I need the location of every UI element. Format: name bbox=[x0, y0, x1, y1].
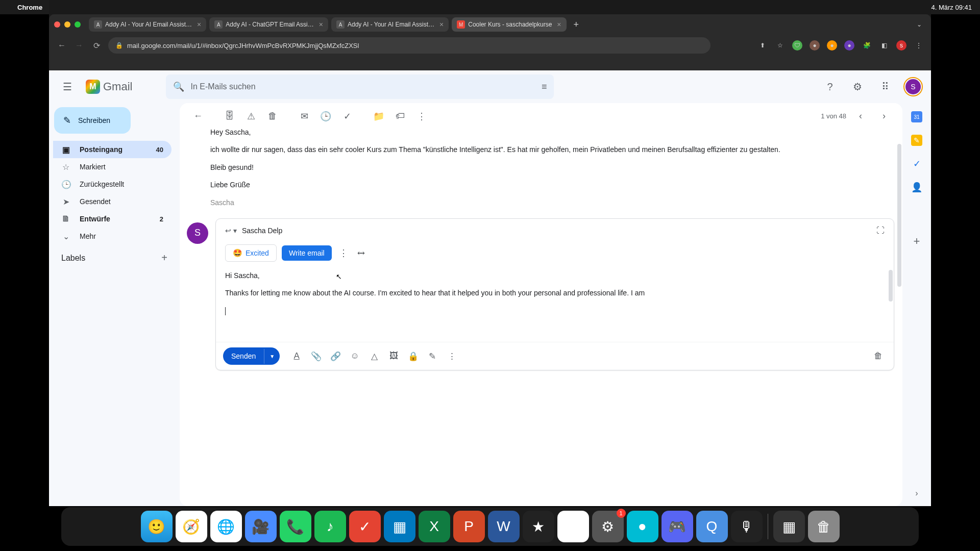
gmail-logo[interactable]: M Gmail bbox=[86, 80, 132, 94]
share-icon[interactable]: ⬆ bbox=[757, 40, 768, 51]
formatting-button[interactable]: A bbox=[288, 347, 305, 365]
reply-editor[interactable]: Hi Sascha, Thanks for letting me know ab… bbox=[216, 267, 894, 342]
browser-tab[interactable]: AAddy AI - Your AI Email Assist…× bbox=[331, 17, 449, 32]
browser-tab[interactable]: AAddy AI - ChatGPT Email Assi…× bbox=[209, 17, 328, 32]
compose-button[interactable]: ✎ Schreiben bbox=[54, 107, 131, 134]
dock-word[interactable]: W bbox=[488, 511, 520, 542]
extension-icon[interactable]: ● bbox=[810, 40, 820, 51]
dock-quicktime[interactable]: Q bbox=[696, 511, 728, 542]
delete-button[interactable]: 🗑 bbox=[263, 107, 282, 126]
browser-tab-active[interactable]: MCooler Kurs - saschadelpkurse× bbox=[452, 17, 566, 32]
close-tab-icon[interactable]: × bbox=[197, 20, 201, 29]
close-tab-icon[interactable]: × bbox=[439, 20, 444, 29]
reload-button[interactable]: ⟳ bbox=[91, 41, 102, 51]
dock-whatsapp[interactable]: 📞 bbox=[280, 511, 311, 542]
move-to-button[interactable]: 📁 bbox=[370, 107, 388, 126]
help-icon[interactable]: ? bbox=[821, 78, 839, 96]
tab-overflow-icon[interactable]: ⌄ bbox=[913, 21, 926, 28]
sidebar-drafts[interactable]: 🗎Entwürfe2 bbox=[53, 210, 172, 228]
report-spam-button[interactable]: ⚠ bbox=[242, 107, 260, 126]
contacts-icon[interactable]: 👤 bbox=[911, 182, 922, 193]
minimize-window-button[interactable] bbox=[64, 21, 70, 28]
dock-discord[interactable]: 🎮 bbox=[662, 511, 693, 542]
popout-icon[interactable]: ⛶ bbox=[876, 226, 885, 235]
maximize-window-button[interactable] bbox=[75, 21, 81, 28]
sidebar-starred[interactable]: ☆Markiert bbox=[53, 158, 172, 176]
discard-draft-button[interactable]: 🗑 bbox=[869, 347, 887, 365]
reply-type-dropdown[interactable]: ↩ ▾ bbox=[225, 227, 237, 235]
search-options-icon[interactable]: ≡ bbox=[542, 82, 547, 92]
dock-safari[interactable]: 🧭 bbox=[176, 511, 207, 542]
insert-drive-button[interactable]: △ bbox=[365, 347, 383, 365]
keep-icon[interactable]: ✎ bbox=[911, 135, 922, 146]
signature-button[interactable]: ✎ bbox=[424, 347, 441, 365]
extension-icon[interactable]: ● bbox=[827, 40, 837, 51]
search-bar[interactable]: 🔍 In E-Mails suchen ≡ bbox=[166, 74, 554, 99]
insert-photo-button[interactable]: 🖼 bbox=[385, 347, 402, 365]
extension-icon[interactable]: ● bbox=[844, 40, 854, 51]
sidebar-sent[interactable]: ➤Gesendet bbox=[53, 193, 172, 210]
send-button[interactable]: Senden ▼ bbox=[223, 347, 280, 365]
insert-emoji-button[interactable]: ☺ bbox=[346, 347, 363, 365]
dock-system-settings[interactable]: ⚙1 bbox=[592, 511, 624, 542]
scrollbar-thumb[interactable] bbox=[889, 270, 893, 302]
dock-spotify[interactable]: ♪ bbox=[314, 511, 346, 542]
calendar-icon[interactable]: 31 bbox=[911, 111, 922, 122]
confidential-mode-button[interactable]: 🔒 bbox=[404, 347, 422, 365]
sidebar-more[interactable]: ⌄Mehr bbox=[53, 228, 172, 245]
extension-icon[interactable]: 🛡 bbox=[792, 40, 802, 51]
add-label-button[interactable]: + bbox=[161, 252, 167, 264]
more-options-button[interactable]: ⋮ bbox=[443, 347, 460, 365]
close-window-button[interactable] bbox=[54, 21, 60, 28]
next-email-button[interactable]: › bbox=[875, 107, 893, 126]
main-menu-button[interactable]: ☰ bbox=[57, 77, 78, 97]
dock-drive[interactable]: ▲ bbox=[557, 511, 589, 542]
snooze-button[interactable]: 🕒 bbox=[316, 107, 335, 126]
address-bar[interactable]: 🔒 mail.google.com/mail/u/1/#inbox/QgrcJH… bbox=[108, 37, 710, 54]
chrome-menu-icon[interactable]: ⋮ bbox=[914, 40, 924, 51]
bookmark-star-icon[interactable]: ☆ bbox=[775, 40, 785, 51]
dock-trash[interactable]: 🗑 bbox=[808, 511, 840, 542]
account-avatar[interactable]: S bbox=[903, 77, 923, 96]
scrollbar-thumb[interactable] bbox=[897, 144, 901, 287]
apps-grid-icon[interactable]: ⠿ bbox=[876, 78, 894, 96]
tone-chip-excited[interactable]: 🤩Excited bbox=[225, 244, 277, 262]
search-input[interactable]: In E-Mails suchen bbox=[190, 82, 535, 91]
extensions-menu-icon[interactable]: 🧩 bbox=[862, 40, 872, 51]
close-tab-icon[interactable]: × bbox=[319, 20, 323, 29]
new-tab-button[interactable]: + bbox=[570, 19, 583, 30]
profile-avatar[interactable]: s bbox=[896, 40, 906, 51]
app-name[interactable]: Chrome bbox=[17, 4, 42, 11]
back-button[interactable]: ← bbox=[56, 41, 67, 50]
mark-unread-button[interactable]: ✉ bbox=[295, 107, 313, 126]
labels-button[interactable]: 🏷 bbox=[391, 107, 409, 126]
dock-chrome[interactable]: 🌐 bbox=[210, 511, 242, 542]
settings-gear-icon[interactable]: ⚙ bbox=[848, 78, 867, 96]
dock-excel[interactable]: X bbox=[419, 511, 450, 542]
dock-powerpoint[interactable]: P bbox=[453, 511, 485, 542]
sidebar-snoozed[interactable]: 🕒Zurückgestellt bbox=[53, 176, 172, 193]
dock-trello[interactable]: ▦ bbox=[384, 511, 415, 542]
tasks-icon[interactable]: ✓ bbox=[911, 158, 922, 169]
send-options-dropdown[interactable]: ▼ bbox=[264, 349, 280, 364]
attach-file-button[interactable]: 📎 bbox=[307, 347, 325, 365]
close-tab-icon[interactable]: × bbox=[557, 20, 561, 29]
forward-button[interactable]: → bbox=[74, 41, 85, 50]
more-actions-button[interactable]: ⋮ bbox=[412, 107, 431, 126]
browser-tab[interactable]: AAddy AI - Your AI Email Assist…× bbox=[89, 17, 206, 32]
sidepanel-toggle-icon[interactable]: ◧ bbox=[879, 40, 889, 51]
dock-todoist[interactable]: ✓ bbox=[349, 511, 381, 542]
write-email-button[interactable]: Write email bbox=[282, 245, 332, 261]
dock-folder[interactable]: ▦ bbox=[773, 511, 805, 542]
search-icon[interactable]: 🔍 bbox=[173, 81, 184, 92]
dock-voice-memos[interactable]: 🎙 bbox=[731, 511, 763, 542]
reply-recipient[interactable]: Sascha Delp bbox=[242, 227, 282, 235]
addy-more-icon[interactable]: ⋮ bbox=[337, 247, 350, 259]
archive-button[interactable]: 🗄 bbox=[220, 107, 239, 126]
back-to-inbox-button[interactable]: ← bbox=[189, 107, 207, 126]
prev-email-button[interactable]: ‹ bbox=[851, 107, 870, 126]
dock-imovie[interactable]: ★ bbox=[523, 511, 554, 542]
insert-link-button[interactable]: 🔗 bbox=[327, 347, 344, 365]
expand-icon[interactable]: ⤢ bbox=[353, 245, 369, 261]
dock-finder[interactable]: 🙂 bbox=[141, 511, 173, 542]
